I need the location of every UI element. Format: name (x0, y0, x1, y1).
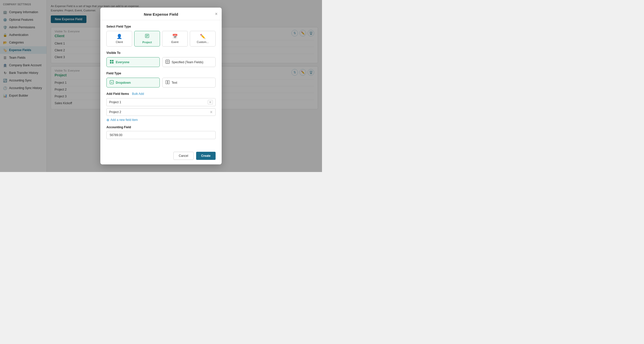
modal-overlay: New Expense Field × Select Field Type 👤 … (0, 0, 322, 172)
modal-footer: Cancel Create (100, 149, 222, 164)
field-type-section-label: Field Type (106, 72, 216, 75)
visible-specified[interactable]: Specified (Team Fields) (162, 57, 216, 67)
visible-everyone[interactable]: Everyone (106, 57, 160, 67)
svg-rect-5 (112, 60, 113, 61)
clear-item-1-icon[interactable]: ✕ (208, 100, 213, 104)
client-type-icon: 👤 (117, 34, 122, 39)
new-expense-field-modal: New Expense Field × Select Field Type 👤 … (100, 8, 222, 164)
svg-rect-6 (110, 62, 111, 63)
dropdown-label: Dropdown (116, 81, 131, 84)
event-type-icon: 📅 (172, 34, 178, 39)
field-type-row: Dropdown Text (106, 78, 216, 88)
field-type-event[interactable]: 📅 Event (162, 31, 188, 47)
visible-to-row: Everyone Specified (Team Fields) (106, 57, 216, 67)
project-type-label: Project (142, 41, 152, 44)
client-type-label: Client (116, 40, 123, 44)
field-type-client[interactable]: 👤 Client (106, 31, 132, 47)
specified-icon (166, 60, 170, 64)
dropdown-icon (110, 80, 114, 85)
select-field-type-label: Select Field Type (106, 25, 216, 28)
svg-rect-13 (168, 80, 169, 84)
field-item-input-2[interactable] (109, 110, 210, 114)
field-type-project[interactable]: Project (134, 31, 160, 47)
bulk-add-link[interactable]: Bulk Add (132, 92, 144, 96)
modal-header: New Expense Field × (100, 8, 222, 20)
accounting-field-input[interactable] (106, 131, 216, 139)
ftype-text[interactable]: Text (162, 78, 216, 88)
svg-rect-4 (110, 60, 111, 61)
clear-item-2-icon[interactable]: ✕ (210, 110, 213, 114)
project-type-icon (145, 34, 149, 39)
svg-rect-7 (112, 62, 113, 63)
add-circle-icon: ⊕ (106, 118, 109, 122)
add-field-items-label: Add Field Items (106, 92, 129, 96)
field-type-custom[interactable]: ✏️ Custom... (190, 31, 216, 47)
field-item-row-1: ✕ (106, 98, 216, 106)
create-button[interactable]: Create (196, 152, 216, 160)
text-type-icon (166, 80, 170, 85)
specified-label: Specified (Team Fields) (172, 60, 203, 64)
visible-to-label: Visible To (106, 51, 216, 55)
everyone-label: Everyone (116, 60, 129, 64)
text-label: Text (172, 81, 177, 84)
svg-rect-11 (110, 80, 113, 84)
custom-type-icon: ✏️ (200, 34, 205, 39)
add-field-items-header: Add Field Items Bulk Add (106, 92, 216, 96)
field-item-row-2: ✕ (106, 108, 216, 116)
cancel-button[interactable]: Cancel (173, 152, 193, 160)
add-new-field-item-link[interactable]: ⊕ Add a new field item (106, 118, 216, 122)
event-type-label: Event (171, 40, 178, 44)
ftype-dropdown[interactable]: Dropdown (106, 78, 160, 88)
modal-close-button[interactable]: × (215, 12, 218, 16)
modal-title: New Expense Field (144, 12, 178, 16)
svg-rect-12 (166, 80, 167, 84)
custom-type-label: Custom... (197, 40, 209, 44)
modal-body: Select Field Type 👤 Client (100, 20, 222, 149)
field-item-input-1[interactable] (109, 100, 208, 104)
everyone-icon (110, 60, 114, 64)
field-type-grid: 👤 Client Project 📅 (106, 31, 216, 47)
accounting-field-label: Accounting Field (106, 125, 216, 129)
